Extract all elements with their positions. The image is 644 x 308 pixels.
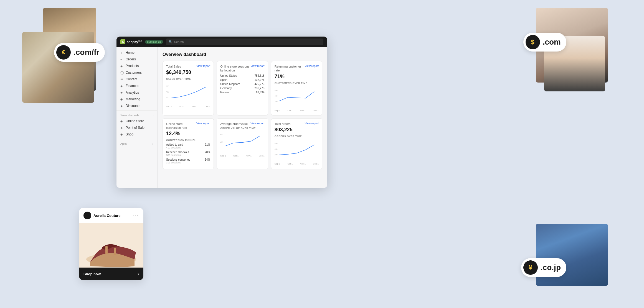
chevron-right-icon-2: › — [153, 142, 153, 145]
sidebar-label-content: Content — [126, 77, 137, 81]
decorative-photo-store — [22, 32, 94, 103]
sidebar: ⌂ Home ≡ Orders ◈ Products ◯ Customers ☰… — [116, 47, 158, 188]
sidebar-item-customers[interactable]: ◯ Customers — [116, 69, 157, 76]
card-header-total-orders: Total orders View report — [275, 122, 319, 126]
analytics-icon: ◈ — [120, 91, 124, 94]
store-name: Aurelia Couture — [93, 214, 133, 218]
card-header-returning: Returning customer rate View report — [275, 65, 319, 73]
store-cta-label: Shop now — [83, 272, 101, 276]
sidebar-divider — [116, 110, 157, 111]
euro-domain-text: .com/fr — [73, 48, 99, 57]
shopify-icon: S — [120, 39, 125, 44]
card-label-total-sales: Total Sales — [166, 65, 181, 68]
sidebar-label-shop: Shop — [126, 132, 133, 136]
card-total-sales: Total Sales View report $6,340,750 SALES… — [163, 61, 214, 116]
card-link-total-orders[interactable]: View report — [305, 122, 319, 125]
season-badge: Summer '23 — [145, 40, 163, 44]
chart-x-labels-avg-order: Sep 1 Oct 1 Nov 1 Dec 1 — [220, 155, 264, 157]
store-card-menu-icon[interactable]: ··· — [133, 213, 139, 219]
sidebar-item-marketing[interactable]: ◈ Marketing — [116, 96, 157, 102]
card-label-returning: Returning customer rate — [275, 65, 305, 73]
currency-badge-dollar: $ .com — [523, 33, 566, 52]
sidebar-label-analytics: Analytics — [126, 91, 139, 94]
card-link-conversion[interactable]: View report — [196, 122, 210, 125]
dollar-domain-text: .com — [543, 38, 561, 47]
store-avatar — [83, 212, 91, 219]
sidebar-label-marketing: Marketing — [126, 97, 140, 101]
sidebar-label-orders: Orders — [126, 57, 136, 61]
svg-text:800: 800 — [275, 89, 278, 91]
chart-avg-order: 800 400 — [220, 131, 264, 153]
sidebar-item-online-store[interactable]: ◈ Online Store — [116, 118, 157, 124]
euro-coin-icon: € — [56, 45, 71, 60]
svg-text:400: 400 — [220, 141, 223, 143]
sidebar-item-content[interactable]: ☰ Content — [116, 76, 157, 83]
svg-rect-2 — [105, 246, 108, 254]
card-returning-customers: Returning customer rate View report 71% … — [271, 61, 322, 116]
svg-text:400: 400 — [275, 95, 278, 97]
store-preview-card: Aurelia Couture ··· Shop now › — [79, 208, 143, 280]
chart-label-avg-order: ORDER VALUE OVER TIME — [220, 127, 264, 130]
card-avg-order: Average order value View report ORDER VA… — [217, 118, 268, 170]
search-bar[interactable]: 🔍 Search — [166, 38, 323, 45]
location-row: Spain 132,076 — [220, 78, 264, 82]
sidebar-divider-2 — [116, 139, 157, 139]
sidebar-item-products[interactable]: ◈ Products — [116, 63, 157, 69]
sidebar-item-shop[interactable]: ◈ Shop — [116, 131, 157, 138]
funnel-row-converted: Sessions converted 319 sessions 64% — [166, 158, 210, 164]
svg-rect-3 — [114, 248, 116, 255]
card-total-orders: Total orders View report 803,225 ORDERS … — [271, 118, 322, 170]
card-link-sessions[interactable]: View report — [250, 65, 264, 68]
sidebar-label-products: Products — [126, 64, 139, 68]
store-card-cta[interactable]: Shop now › — [79, 268, 143, 280]
card-value-conversion: 12.4% — [166, 131, 210, 137]
search-placeholder: Search — [174, 40, 184, 43]
sidebar-item-home[interactable]: ⌂ Home — [116, 49, 157, 56]
marketing-icon: ◈ — [120, 97, 124, 101]
card-header-total-sales: Total Sales View report — [166, 65, 210, 68]
chevron-right-icon: › — [153, 114, 153, 117]
location-row: France 62,894 — [220, 90, 264, 94]
funnel-row-cart: Added to cart 412 sessions 91% — [166, 143, 210, 149]
sidebar-item-orders[interactable]: ≡ Orders — [116, 56, 157, 63]
card-label-total-orders: Total orders — [275, 122, 290, 126]
sidebar-label-home: Home — [126, 51, 135, 55]
chart-label-total-sales: SALES OVER TIME — [166, 78, 210, 80]
pos-icon: ◈ — [120, 126, 124, 130]
shopify-logo: S shopifyplus — [120, 39, 142, 44]
sidebar-label-pos: Point of Sale — [126, 126, 144, 130]
card-header-avg-order: Average order value View report — [220, 122, 264, 126]
card-value-total-sales: $6,340,750 — [166, 70, 210, 75]
dashboard-content: Overview dashboard Total Sales View repo… — [158, 47, 327, 188]
card-store-sessions: Online store sessions by location View r… — [217, 61, 268, 116]
dashboard-title: Overview dashboard — [163, 52, 322, 57]
sidebar-item-finances[interactable]: ◈ Finances — [116, 83, 157, 89]
card-link-avg-order[interactable]: View report — [250, 122, 264, 125]
chart-x-labels-total-sales: Sep 1 Oct 1 Nov 1 Dec 1 — [166, 105, 210, 108]
card-link-total-sales[interactable]: View report — [196, 65, 210, 68]
yen-domain-text: .co.jp — [541, 263, 561, 272]
orders-icon: ≡ — [120, 58, 124, 61]
card-header-conversion: Online store conversion rate View report — [166, 122, 210, 130]
svg-text:200: 200 — [275, 154, 278, 156]
products-icon: ◈ — [120, 64, 124, 68]
card-link-returning[interactable]: View report — [305, 65, 319, 68]
sidebar-item-discounts[interactable]: ◈ Discounts — [116, 102, 157, 109]
sidebar-item-pos[interactable]: ◈ Point of Sale — [116, 124, 157, 131]
card-conversion-rate: Online store conversion rate View report… — [163, 118, 214, 170]
chart-returning: 800 400 200 — [275, 86, 319, 108]
sidebar-item-analytics[interactable]: ◈ Analytics — [116, 89, 157, 96]
metrics-grid: Total Sales View report $6,340,750 SALES… — [163, 61, 322, 169]
shopify-brand-name: shopifyplus — [127, 40, 142, 44]
apps-section: Apps › — [116, 140, 157, 146]
window-body: ⌂ Home ≡ Orders ◈ Products ◯ Customers ☰… — [116, 47, 327, 188]
chart-label-total-orders: ORDERS OVER TIME — [275, 135, 319, 138]
card-label-conversion: Online store conversion rate — [166, 122, 196, 130]
location-row: United States 752,318 — [220, 74, 264, 78]
card-label-avg-order: Average order value — [220, 122, 248, 126]
store-product-image — [79, 223, 143, 268]
finances-icon: ◈ — [120, 84, 124, 88]
yen-coin-icon: ¥ — [523, 260, 538, 275]
funnel-row-checkout: Reached checkout 389 sessions 70% — [166, 151, 210, 156]
sidebar-label-finances: Finances — [126, 84, 139, 88]
